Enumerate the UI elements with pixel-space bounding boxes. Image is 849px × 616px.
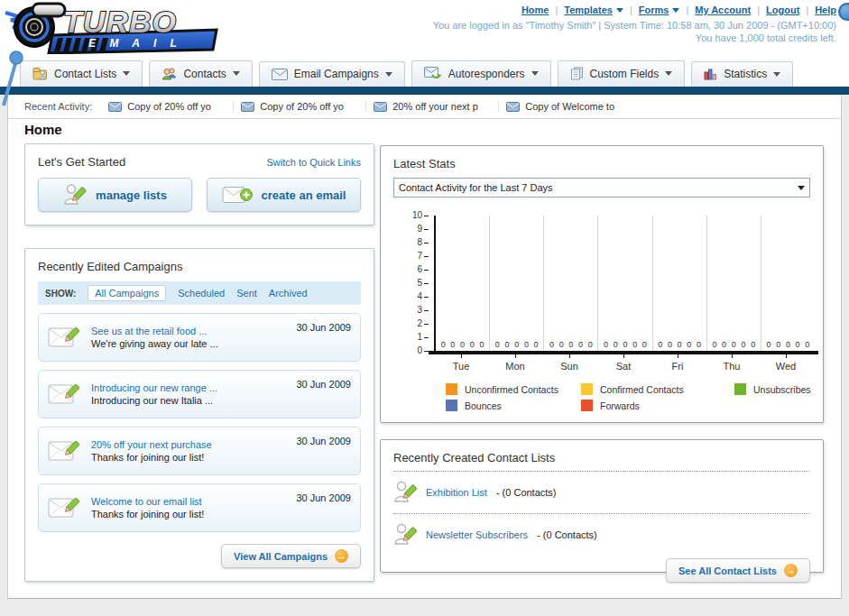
contact-list-name-link[interactable]: Exhibition List xyxy=(426,487,487,498)
chevron-down-icon xyxy=(773,72,780,77)
bar-value-label: 0 xyxy=(514,340,519,349)
get-started-panel: Let's Get Started Switch to Quick Links … xyxy=(24,143,374,225)
chart-day-group: 00000 xyxy=(436,216,490,351)
chevron-down-icon xyxy=(123,71,130,76)
bar-value-label: 0 xyxy=(786,340,790,349)
bar-value-label: 0 xyxy=(460,340,465,349)
contact-list-count: - (0 Contacts) xyxy=(537,529,597,540)
tab-contacts[interactable]: Contacts xyxy=(149,60,252,87)
tab-label: Custom Fields xyxy=(590,68,660,80)
login-info-text: You are logged in as "Timothy Smith" | S… xyxy=(433,20,836,31)
bar-value-label: 0 xyxy=(614,340,618,349)
nav-separator xyxy=(555,5,558,15)
chart-legend: Unconfirmed ContactsConfirmed ContactsUn… xyxy=(446,383,810,411)
campaign-subtitle: Introducing our new Italia ... xyxy=(91,395,217,406)
y-tick: 9 xyxy=(417,225,429,234)
campaign-title-link[interactable]: Introducing our new range ... xyxy=(91,382,217,393)
dotted-divider xyxy=(393,471,810,472)
switch-quick-links-link[interactable]: Switch to Quick Links xyxy=(266,157,361,168)
bar-value-label: 0 xyxy=(549,340,554,349)
chevron-down-icon xyxy=(665,71,672,76)
envelope-edit-icon xyxy=(48,382,82,407)
bar-value-label: 0 xyxy=(588,340,593,349)
tab-autoresponders[interactable]: Autoresponders xyxy=(411,60,551,87)
recent-campaigns-panel: Recently Edited Campaigns SHOW: All Camp… xyxy=(24,248,374,582)
recent-activity-item[interactable]: Copy of Welcome to xyxy=(506,101,631,112)
tab-contact-lists[interactable]: Contact Lists xyxy=(20,60,143,87)
view-all-campaigns-button[interactable]: View All Campaigns → xyxy=(221,544,361,568)
nav-link-home[interactable]: Home xyxy=(521,5,549,15)
chart-y-axis: 012345678910 xyxy=(404,216,429,351)
x-axis-label: Thu xyxy=(705,354,759,372)
filter-all-campaigns[interactable]: All Campaigns xyxy=(88,285,166,301)
nav-link-help[interactable]: Help xyxy=(815,5,836,15)
recent-activity-item[interactable]: Copy of 20% off yo xyxy=(108,101,234,112)
person-pencil-icon xyxy=(393,480,417,505)
envelope-icon xyxy=(272,69,288,80)
campaign-title-link[interactable]: See us at the retail food ... xyxy=(91,326,218,336)
navy-divider-bar xyxy=(0,87,849,95)
y-tick: 0 xyxy=(417,346,429,355)
campaign-row[interactable]: See us at the retail food ... We're givi… xyxy=(38,313,361,362)
recent-activity-item[interactable]: Copy of 20% off yo xyxy=(241,101,366,112)
manage-lists-button[interactable]: manage lists xyxy=(38,178,192,212)
bar-value-label: 0 xyxy=(632,340,637,349)
nav-separator xyxy=(806,5,808,15)
tab-label: Contacts xyxy=(183,68,226,80)
recent-activity-item[interactable]: 20% off your next p xyxy=(374,101,499,112)
filter-scheduled[interactable]: Scheduled xyxy=(178,288,225,299)
legend-label: Unconfirmed Contacts xyxy=(465,384,558,395)
person-pencil-icon xyxy=(63,183,87,207)
create-email-button[interactable]: create an email xyxy=(207,178,361,212)
legend-item: Forwards xyxy=(581,400,734,411)
campaign-row[interactable]: Welcome to our email list Thanks for joi… xyxy=(38,483,361,532)
campaign-title-link[interactable]: 20% off your next purchase xyxy=(91,439,212,450)
chart-day-group: 00000 xyxy=(761,216,815,351)
bar-value-label: 0 xyxy=(697,340,701,349)
credits-info-text: You have 1,000 total credits left. xyxy=(696,32,836,43)
envelope-icon xyxy=(241,102,254,112)
legend-swatch-icon xyxy=(446,400,457,411)
see-all-contact-lists-button[interactable]: See All Contact Lists → xyxy=(666,558,810,583)
nav-link-my-account[interactable]: My Account xyxy=(695,5,751,15)
nav-link-forms[interactable]: Forms xyxy=(639,5,669,15)
chevron-down-icon xyxy=(233,71,240,76)
arrow-right-icon: → xyxy=(335,549,348,563)
arrow-right-icon: → xyxy=(784,564,798,577)
stats-report-dropdown[interactable]: Contact Activity for the Last 7 Days xyxy=(393,178,810,198)
view-all-campaigns-label: View All Campaigns xyxy=(234,551,328,562)
nav-separator xyxy=(757,5,760,15)
y-tick: 1 xyxy=(417,333,429,342)
tab-label: Contact Lists xyxy=(54,68,116,80)
legend-item: Unconfirmed Contacts xyxy=(446,383,581,395)
campaign-title-link[interactable]: Welcome to our email list xyxy=(91,496,204,507)
tab-statistics[interactable]: Statistics xyxy=(691,61,793,87)
bar-value-label: 0 xyxy=(505,340,510,349)
campaign-row[interactable]: 20% off your next purchase Thanks for jo… xyxy=(38,427,361,475)
bar-value-label: 0 xyxy=(658,340,662,349)
campaign-subtitle: Thanks for joining our list! xyxy=(91,452,212,463)
recent-activity-bar: Recent Activity: Copy of 20% off yo Copy… xyxy=(8,95,841,119)
bar-value-label: 0 xyxy=(623,340,627,349)
tab-email-campaigns[interactable]: Email Campaigns xyxy=(259,61,405,87)
contact-list-item[interactable]: Exhibition List - (0 Contacts) xyxy=(393,478,810,507)
bar-value-label: 0 xyxy=(668,340,672,349)
tab-custom-fields[interactable]: Custom Fields xyxy=(558,60,686,87)
envelope-icon xyxy=(108,102,122,112)
nav-link-logout[interactable]: Logout xyxy=(766,5,799,15)
x-axis-label: Tue xyxy=(434,354,488,372)
chart-day-group: 00000 xyxy=(598,216,652,351)
tab-label: Email Campaigns xyxy=(294,68,379,80)
contact-list-item[interactable]: Newsletter Subscribers - (0 Contacts) xyxy=(393,520,810,549)
campaign-row[interactable]: Introducing our new range ... Introducin… xyxy=(38,370,361,418)
bar-value-label: 0 xyxy=(450,340,455,349)
contact-list-name-link[interactable]: Newsletter Subscribers xyxy=(426,529,528,540)
filter-sent[interactable]: Sent xyxy=(236,288,257,299)
nav-link-templates[interactable]: Templates xyxy=(564,5,613,15)
bar-value-label: 0 xyxy=(751,340,755,349)
filter-archived[interactable]: Archived xyxy=(269,288,308,299)
bar-value-label: 0 xyxy=(534,340,539,349)
campaign-date: 30 Jun 2009 xyxy=(296,432,351,446)
campaign-subtitle: We're giving away our late ... xyxy=(91,338,218,349)
bar-value-label: 0 xyxy=(470,340,475,349)
